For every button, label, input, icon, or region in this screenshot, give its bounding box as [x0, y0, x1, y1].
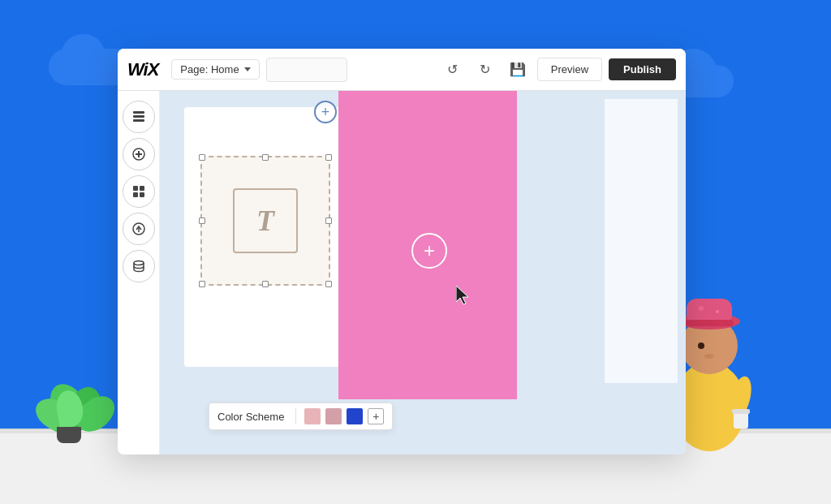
- apps-icon: [131, 184, 146, 199]
- editor-body: T + +: [118, 91, 686, 454]
- handle-mid-left[interactable]: [199, 218, 205, 224]
- text-placeholder: T: [233, 188, 298, 253]
- page-selector[interactable]: Page: Home: [171, 59, 259, 80]
- handle-top-left[interactable]: [199, 154, 205, 161]
- upload-icon: [131, 222, 146, 236]
- toolbar-search-bar: [266, 58, 347, 82]
- white-strip: [605, 99, 678, 383]
- svg-rect-21: [133, 192, 138, 197]
- svg-rect-14: [133, 115, 144, 118]
- svg-rect-15: [133, 119, 144, 122]
- editor-window: WiX Page: Home ↺ ↻ 💾 Preview Publish: [118, 49, 686, 454]
- preview-button[interactable]: Preview: [537, 58, 602, 81]
- publish-button[interactable]: Publish: [609, 58, 676, 80]
- sidebar-item-pages[interactable]: [123, 101, 155, 133]
- handle-mid-right[interactable]: [325, 218, 332, 224]
- svg-point-7: [698, 342, 704, 349]
- sidebar-item-media[interactable]: [123, 213, 155, 245]
- handle-bottom-right[interactable]: [325, 281, 332, 287]
- svg-rect-13: [133, 111, 144, 114]
- handle-bottom-mid[interactable]: [262, 281, 269, 287]
- sidebar-item-database[interactable]: [123, 250, 155, 282]
- color-scheme-bar: Color Scheme +: [209, 403, 393, 430]
- page-selector-label: Page: Home: [180, 63, 239, 75]
- svg-point-8: [704, 354, 714, 359]
- sidebar-item-add[interactable]: [123, 138, 155, 170]
- plant-pot: [57, 427, 81, 443]
- toolbar: WiX Page: Home ↺ ↻ 💾 Preview Publish: [118, 49, 686, 91]
- save-button[interactable]: 💾: [505, 57, 531, 83]
- svg-point-6: [716, 310, 719, 313]
- svg-rect-20: [140, 186, 144, 191]
- add-section-top-button[interactable]: +: [314, 101, 337, 123]
- pages-icon: [131, 110, 146, 124]
- handle-bottom-left[interactable]: [199, 281, 205, 287]
- svg-point-5: [699, 306, 704, 311]
- chevron-down-icon: [244, 67, 251, 71]
- redo-button[interactable]: ↻: [472, 57, 498, 83]
- dotted-selection: T: [200, 156, 330, 286]
- color-divider: [295, 408, 296, 424]
- color-swatch-2[interactable]: [325, 408, 342, 424]
- add-icon: [131, 147, 146, 162]
- handle-top-right[interactable]: [325, 154, 332, 161]
- plant: [24, 362, 114, 443]
- add-color-button[interactable]: +: [368, 408, 384, 424]
- svg-rect-12: [732, 409, 750, 414]
- color-swatch-1[interactable]: [304, 408, 321, 424]
- svg-rect-22: [140, 192, 144, 197]
- color-swatch-3[interactable]: [347, 408, 363, 424]
- sidebar-item-apps[interactable]: [123, 175, 155, 208]
- svg-point-25: [134, 261, 144, 265]
- undo-button[interactable]: ↺: [440, 57, 466, 83]
- background: WiX Page: Home ↺ ↻ 💾 Preview Publish: [0, 0, 831, 504]
- handle-top-mid[interactable]: [262, 154, 269, 161]
- wix-logo: WiX: [127, 59, 158, 80]
- canvas-area[interactable]: T + +: [160, 91, 686, 454]
- database-icon: [131, 259, 146, 274]
- color-scheme-label: Color Scheme: [217, 411, 284, 423]
- svg-rect-19: [133, 186, 138, 191]
- sidebar: [118, 91, 160, 454]
- add-element-button[interactable]: +: [411, 233, 447, 269]
- svg-rect-4: [685, 320, 734, 326]
